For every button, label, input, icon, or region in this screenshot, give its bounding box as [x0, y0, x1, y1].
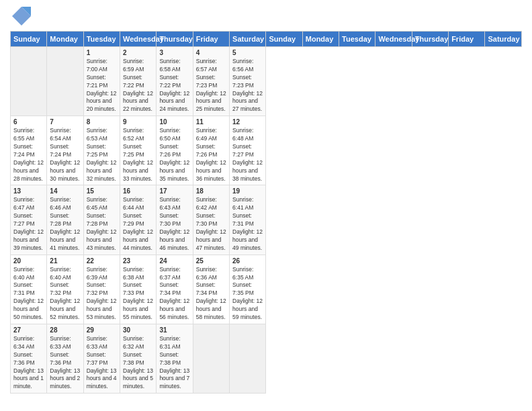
day-number: 1: [87, 49, 117, 56]
day-number: 24: [159, 257, 189, 265]
day-info: Sunrise: 6:41 AMSunset: 7:31 PMDaylight:…: [232, 196, 263, 252]
page-header: [10, 7, 522, 26]
day-number: 17: [159, 187, 189, 195]
day-info: Sunrise: 6:33 AMSunset: 7:37 PMDaylight:…: [87, 335, 117, 391]
day-info: Sunrise: 6:44 AMSunset: 7:29 PMDaylight:…: [123, 196, 153, 252]
day-number: 22: [87, 257, 117, 265]
day-number: 15: [87, 187, 117, 195]
day-number: 30: [123, 326, 153, 334]
day-number: 28: [50, 326, 80, 334]
header-saturday: Saturday: [230, 32, 266, 47]
day-number: 29: [87, 326, 117, 334]
day-info: Sunrise: 6:32 AMSunset: 7:38 PMDaylight:…: [123, 335, 153, 391]
calendar-cell: 5Sunrise: 6:56 AMSunset: 7:23 PMDaylight…: [230, 47, 266, 116]
day-info: Sunrise: 6:57 AMSunset: 7:23 PMDaylight:…: [196, 58, 226, 113]
calendar-cell: 30Sunrise: 6:32 AMSunset: 7:38 PMDayligh…: [120, 324, 157, 393]
calendar-cell: 14Sunrise: 6:46 AMSunset: 7:28 PMDayligh…: [47, 185, 83, 255]
calendar-cell: 22Sunrise: 6:39 AMSunset: 7:32 PMDayligh…: [83, 255, 120, 324]
calendar-cell: 13Sunrise: 6:47 AMSunset: 7:27 PMDayligh…: [11, 185, 47, 255]
col-header-saturday: Saturday: [485, 32, 522, 47]
col-header-tuesday: Tuesday: [339, 32, 375, 47]
day-info: Sunrise: 6:58 AMSunset: 7:22 PMDaylight:…: [159, 58, 189, 113]
day-number: 9: [123, 118, 153, 126]
col-header-monday: Monday: [302, 32, 339, 47]
col-header-friday: Friday: [449, 32, 485, 47]
day-number: 3: [159, 49, 189, 56]
calendar-cell: 16Sunrise: 6:44 AMSunset: 7:29 PMDayligh…: [120, 185, 157, 255]
calendar-cell: 17Sunrise: 6:43 AMSunset: 7:30 PMDayligh…: [157, 185, 193, 255]
calendar-cell: 7Sunrise: 6:54 AMSunset: 7:24 PMDaylight…: [47, 116, 83, 185]
calendar-cell: 8Sunrise: 6:53 AMSunset: 7:25 PMDaylight…: [83, 116, 120, 185]
calendar-header-row: SundayMondayTuesdayWednesdayThursdayFrid…: [11, 32, 522, 47]
calendar-cell: 21Sunrise: 6:40 AMSunset: 7:32 PMDayligh…: [47, 255, 83, 324]
header-thursday: Thursday: [157, 32, 193, 47]
day-info: Sunrise: 6:55 AMSunset: 7:24 PMDaylight:…: [13, 127, 44, 183]
day-number: 8: [87, 118, 117, 126]
calendar-table: SundayMondayTuesdayWednesdayThursdayFrid…: [10, 31, 522, 394]
day-number: 4: [196, 49, 226, 56]
day-info: Sunrise: 6:34 AMSunset: 7:36 PMDaylight:…: [13, 335, 44, 391]
day-number: 2: [123, 49, 153, 56]
calendar-cell: [11, 47, 47, 116]
day-info: Sunrise: 6:48 AMSunset: 7:27 PMDaylight:…: [232, 127, 263, 183]
day-number: 16: [123, 187, 153, 195]
day-info: Sunrise: 6:42 AMSunset: 7:30 PMDaylight:…: [196, 196, 226, 252]
day-number: 6: [13, 118, 44, 126]
day-number: 5: [232, 49, 263, 56]
calendar-cell: 18Sunrise: 6:42 AMSunset: 7:30 PMDayligh…: [193, 185, 229, 255]
calendar-week-4: 27Sunrise: 6:34 AMSunset: 7:36 PMDayligh…: [11, 324, 522, 393]
day-number: 10: [159, 118, 189, 126]
calendar-cell: 11Sunrise: 6:49 AMSunset: 7:26 PMDayligh…: [193, 116, 229, 185]
header-tuesday: Tuesday: [83, 32, 120, 47]
calendar-cell: 9Sunrise: 6:52 AMSunset: 7:25 PMDaylight…: [120, 116, 157, 185]
day-number: 13: [13, 187, 44, 195]
day-info: Sunrise: 6:37 AMSunset: 7:34 PMDaylight:…: [159, 266, 189, 322]
day-info: Sunrise: 6:31 AMSunset: 7:38 PMDaylight:…: [159, 335, 189, 391]
calendar-week-3: 20Sunrise: 6:40 AMSunset: 7:31 PMDayligh…: [11, 255, 522, 324]
calendar-cell: 20Sunrise: 6:40 AMSunset: 7:31 PMDayligh…: [11, 255, 47, 324]
logo: [10, 7, 31, 26]
day-number: 25: [196, 257, 226, 265]
calendar-cell: 4Sunrise: 6:57 AMSunset: 7:23 PMDaylight…: [193, 47, 229, 116]
day-info: Sunrise: 6:54 AMSunset: 7:24 PMDaylight:…: [50, 127, 80, 183]
col-header-thursday: Thursday: [412, 32, 448, 47]
day-number: 11: [196, 118, 226, 126]
header-sunday: Sunday: [11, 32, 47, 47]
calendar-cell: 10Sunrise: 6:50 AMSunset: 7:26 PMDayligh…: [157, 116, 193, 185]
calendar-cell: 2Sunrise: 6:59 AMSunset: 7:22 PMDaylight…: [120, 47, 157, 116]
calendar-cell: 19Sunrise: 6:41 AMSunset: 7:31 PMDayligh…: [230, 185, 266, 255]
col-header-sunday: Sunday: [266, 32, 302, 47]
day-info: Sunrise: 6:40 AMSunset: 7:32 PMDaylight:…: [50, 266, 80, 322]
day-number: 12: [232, 118, 263, 126]
day-number: 31: [159, 326, 189, 334]
day-number: 21: [50, 257, 80, 265]
calendar-cell: [47, 47, 83, 116]
calendar-week-1: 6Sunrise: 6:55 AMSunset: 7:24 PMDaylight…: [11, 116, 522, 185]
header-wednesday: Wednesday: [120, 32, 157, 47]
day-info: Sunrise: 6:33 AMSunset: 7:36 PMDaylight:…: [50, 335, 80, 391]
day-number: 20: [13, 257, 44, 265]
day-number: 23: [123, 257, 153, 265]
day-info: Sunrise: 6:39 AMSunset: 7:32 PMDaylight:…: [87, 266, 117, 322]
calendar-cell: 24Sunrise: 6:37 AMSunset: 7:34 PMDayligh…: [157, 255, 193, 324]
calendar-cell: 15Sunrise: 6:45 AMSunset: 7:28 PMDayligh…: [83, 185, 120, 255]
calendar-cell: 1Sunrise: 7:00 AMSunset: 7:21 PMDaylight…: [83, 47, 120, 116]
header-monday: Monday: [47, 32, 83, 47]
day-number: 26: [232, 257, 263, 265]
day-info: Sunrise: 6:53 AMSunset: 7:25 PMDaylight:…: [87, 127, 117, 183]
day-info: Sunrise: 6:52 AMSunset: 7:25 PMDaylight:…: [123, 127, 153, 183]
calendar-week-0: 1Sunrise: 7:00 AMSunset: 7:21 PMDaylight…: [11, 47, 522, 116]
col-header-wednesday: Wednesday: [375, 32, 412, 47]
day-info: Sunrise: 6:50 AMSunset: 7:26 PMDaylight:…: [159, 127, 189, 183]
day-info: Sunrise: 6:56 AMSunset: 7:23 PMDaylight:…: [232, 58, 263, 113]
calendar-cell: 27Sunrise: 6:34 AMSunset: 7:36 PMDayligh…: [11, 324, 47, 393]
day-number: 14: [50, 187, 80, 195]
calendar-cell: 25Sunrise: 6:36 AMSunset: 7:34 PMDayligh…: [193, 255, 229, 324]
calendar-week-2: 13Sunrise: 6:47 AMSunset: 7:27 PMDayligh…: [11, 185, 522, 255]
day-number: 19: [232, 187, 263, 195]
calendar-cell: 26Sunrise: 6:35 AMSunset: 7:35 PMDayligh…: [230, 255, 266, 324]
day-info: Sunrise: 6:59 AMSunset: 7:22 PMDaylight:…: [123, 58, 153, 113]
day-info: Sunrise: 6:46 AMSunset: 7:28 PMDaylight:…: [50, 196, 80, 252]
calendar-cell: 12Sunrise: 6:48 AMSunset: 7:27 PMDayligh…: [230, 116, 266, 185]
day-number: 7: [50, 118, 80, 126]
